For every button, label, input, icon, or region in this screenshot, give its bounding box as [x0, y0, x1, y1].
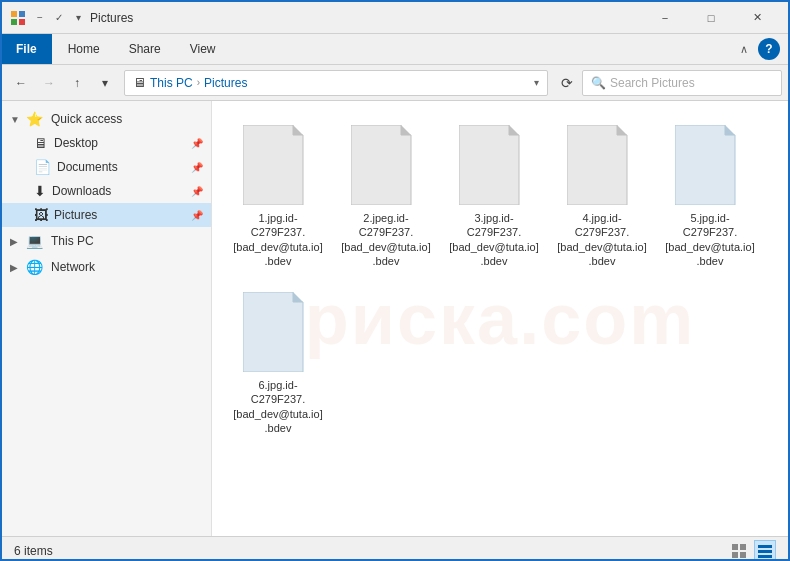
file-icon-1 [243, 125, 313, 205]
sidebar-section-this-pc: ▶ 💻 This PC [2, 229, 211, 253]
window-title: Pictures [90, 11, 642, 25]
sidebar-item-documents[interactable]: 📄 Documents 📌 [2, 155, 211, 179]
minimize-button[interactable]: − [642, 2, 688, 34]
file-grid: 1.jpg.id-C279F237.[bad_dev@tuta.io].bdev… [220, 109, 780, 451]
desktop-pin-icon: 📌 [191, 138, 203, 149]
file-item-2[interactable]: 2.jpeg.id-C279F237.[bad_dev@tuta.io].bde… [336, 117, 436, 276]
downloads-pin-icon: 📌 [191, 186, 203, 197]
tab-home[interactable]: Home [54, 34, 115, 64]
file-icon-4 [567, 125, 637, 205]
svg-rect-19 [740, 552, 746, 558]
content-area: риска.com 1.jpg.id-C279F237.[bad_dev@tut… [212, 101, 788, 536]
address-bar: ← → ↑ ▾ 🖥 This PC › Pictures ▾ ⟳ 🔍 Searc… [2, 65, 788, 101]
network-icon: 🌐 [26, 259, 43, 275]
status-bar: 6 items [2, 536, 788, 561]
svg-marker-9 [509, 125, 519, 135]
svg-rect-21 [758, 550, 772, 553]
back-button[interactable]: ← [8, 70, 34, 96]
path-this-pc[interactable]: This PC [150, 76, 193, 90]
sidebar: ▼ ⭐ Quick access 🖥 Desktop 📌 📄 Documents… [2, 101, 212, 536]
file-name-4: 4.jpg.id-C279F237.[bad_dev@tuta.io].bdev [556, 211, 648, 268]
address-path[interactable]: 🖥 This PC › Pictures ▾ [124, 70, 548, 96]
qs-btn-3[interactable]: ▾ [70, 10, 86, 26]
sidebar-item-pictures-label: Pictures [54, 208, 97, 222]
file-item-1[interactable]: 1.jpg.id-C279F237.[bad_dev@tuta.io].bdev [228, 117, 328, 276]
file-item-5[interactable]: 5.jpg.id-C279F237.[bad_dev@tuta.io].bdev [660, 117, 760, 276]
file-item-3[interactable]: 3.jpg.id-C279F237.[bad_dev@tuta.io].bdev [444, 117, 544, 276]
tab-view[interactable]: View [176, 34, 231, 64]
up-button[interactable]: ↑ [64, 70, 90, 96]
tab-share[interactable]: Share [115, 34, 176, 64]
large-icon-view-button[interactable] [754, 540, 776, 562]
path-pictures[interactable]: Pictures [204, 76, 247, 90]
svg-rect-0 [11, 11, 17, 17]
help-button[interactable]: ? [758, 38, 780, 60]
svg-marker-6 [351, 125, 411, 205]
network-toggle: ▶ [10, 262, 22, 273]
svg-marker-7 [401, 125, 411, 135]
svg-rect-2 [11, 19, 17, 25]
file-item-6[interactable]: 6.jpg.id-C279F237.[bad_dev@tuta.io].bdev [228, 284, 328, 443]
documents-icon: 📄 [34, 159, 51, 175]
sidebar-header-quick-access[interactable]: ▼ ⭐ Quick access [2, 107, 211, 131]
forward-button[interactable]: → [36, 70, 62, 96]
search-box[interactable]: 🔍 Search Pictures [582, 70, 782, 96]
path-separator-1: › [197, 77, 200, 88]
title-bar: − ✓ ▾ Pictures − □ ✕ [2, 2, 788, 34]
quick-access-icon: ⭐ [26, 111, 43, 127]
svg-rect-16 [732, 544, 738, 550]
qs-btn-2[interactable]: ✓ [51, 10, 67, 26]
documents-pin-icon: 📌 [191, 162, 203, 173]
svg-marker-5 [293, 125, 303, 135]
svg-rect-22 [758, 555, 772, 558]
svg-rect-18 [732, 552, 738, 558]
search-icon: 🔍 [591, 76, 606, 90]
ribbon-expand-button[interactable]: ∧ [734, 39, 754, 59]
file-icon-6 [243, 292, 313, 372]
list-view-button[interactable] [728, 540, 750, 562]
svg-marker-11 [617, 125, 627, 135]
sidebar-item-desktop[interactable]: 🖥 Desktop 📌 [2, 131, 211, 155]
svg-rect-3 [19, 19, 25, 25]
recent-locations-button[interactable]: ▾ [92, 70, 118, 96]
sidebar-header-network[interactable]: ▶ 🌐 Network [2, 255, 211, 279]
ribbon-tab-list: File Home Share View ∧ ? [2, 34, 788, 64]
main-area: ▼ ⭐ Quick access 🖥 Desktop 📌 📄 Documents… [2, 101, 788, 536]
file-icon-2 [351, 125, 421, 205]
svg-marker-10 [567, 125, 627, 205]
file-name-1: 1.jpg.id-C279F237.[bad_dev@tuta.io].bdev [232, 211, 324, 268]
path-icon: 🖥 [133, 75, 146, 90]
close-button[interactable]: ✕ [734, 2, 780, 34]
this-pc-toggle: ▶ [10, 236, 22, 247]
refresh-button[interactable]: ⟳ [554, 70, 580, 96]
file-name-5: 5.jpg.id-C279F237.[bad_dev@tuta.io].bdev [664, 211, 756, 268]
sidebar-this-pc-label: This PC [51, 234, 94, 248]
file-name-3: 3.jpg.id-C279F237.[bad_dev@tuta.io].bdev [448, 211, 540, 268]
svg-rect-20 [758, 545, 772, 548]
quick-access-label: Quick access [51, 112, 122, 126]
sidebar-section-network: ▶ 🌐 Network [2, 255, 211, 279]
maximize-button[interactable]: □ [688, 2, 734, 34]
file-item-4[interactable]: 4.jpg.id-C279F237.[bad_dev@tuta.io].bdev [552, 117, 652, 276]
sidebar-item-pictures[interactable]: 🖼 Pictures 📌 [2, 203, 211, 227]
sidebar-header-this-pc[interactable]: ▶ 💻 This PC [2, 229, 211, 253]
file-icon-3 [459, 125, 529, 205]
svg-rect-17 [740, 544, 746, 550]
sidebar-section-quick-access: ▼ ⭐ Quick access 🖥 Desktop 📌 📄 Documents… [2, 107, 211, 227]
svg-marker-4 [243, 125, 303, 205]
sidebar-network-label: Network [51, 260, 95, 274]
ribbon-expand-area: ∧ ? [726, 34, 788, 64]
quick-save-buttons: − ✓ ▾ [32, 10, 86, 26]
window-controls: − □ ✕ [642, 2, 780, 34]
sidebar-item-downloads[interactable]: ⬇ Downloads 📌 [2, 179, 211, 203]
address-dropdown-button[interactable]: ▾ [534, 77, 539, 88]
file-icon-5 [675, 125, 745, 205]
window-icon [10, 10, 26, 26]
view-toggle-buttons [728, 540, 776, 562]
item-count: 6 items [14, 544, 53, 558]
file-name-6: 6.jpg.id-C279F237.[bad_dev@tuta.io].bdev [232, 378, 324, 435]
sidebar-item-desktop-label: Desktop [54, 136, 98, 150]
tab-file[interactable]: File [2, 34, 52, 64]
qs-btn-1[interactable]: − [32, 10, 48, 26]
svg-marker-12 [675, 125, 735, 205]
